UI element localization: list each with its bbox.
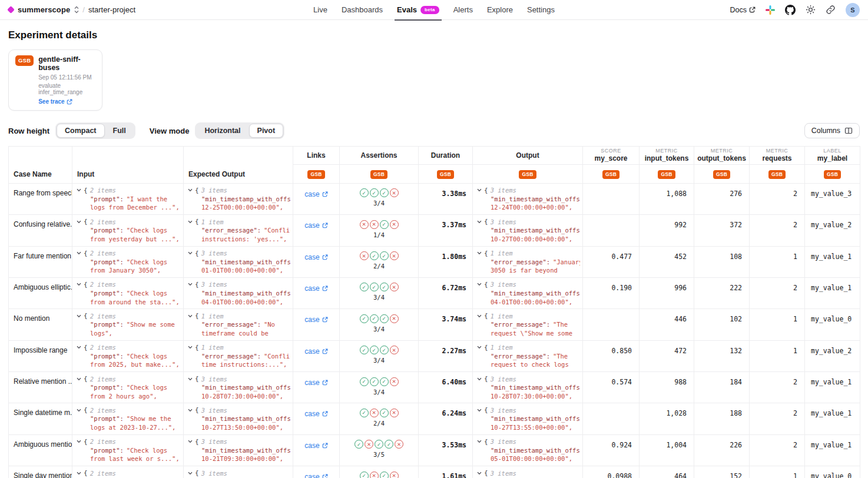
case-link[interactable]: case: [304, 473, 327, 478]
chevron-down-icon[interactable]: [188, 472, 193, 475]
share-link-icon[interactable]: [826, 5, 836, 15]
nav-tab-dashboards[interactable]: Dashboards: [334, 0, 390, 20]
output-cell[interactable]: { 1 item "error_message":"January 3050 i…: [473, 246, 583, 277]
github-icon[interactable]: [785, 5, 796, 15]
expected-output-cell[interactable]: { 1 item "error_message":"Conflicti time…: [184, 340, 293, 371]
input-cell[interactable]: { 2 items "prompt":"Check logs from arou…: [72, 277, 184, 308]
view-mode-pivot-button[interactable]: Pivot: [249, 124, 284, 138]
chevron-down-icon[interactable]: [188, 188, 193, 192]
chevron-down-icon[interactable]: [77, 409, 81, 412]
chevron-down-icon[interactable]: [77, 283, 81, 286]
chevron-down-icon[interactable]: [188, 409, 193, 412]
table-row[interactable]: Impossible range { 2 items "prompt":"Che…: [9, 340, 860, 371]
input-cell[interactable]: { 2 items "prompt":"Check logs from 2 ho…: [72, 372, 184, 403]
output-cell[interactable]: { 3 items "min_timestamp_with_offset" 12…: [473, 183, 583, 214]
chevron-down-icon[interactable]: [477, 220, 482, 224]
table-row[interactable]: Far future mention { 2 items "prompt":"C…: [9, 246, 860, 277]
case-link[interactable]: case: [304, 190, 327, 198]
input-cell[interactable]: { 2 items "prompt":"Check logs from Janu…: [72, 246, 184, 277]
output-cell[interactable]: { 3 items "min_timestamp_with_offset" 05…: [473, 434, 583, 466]
chevron-down-icon[interactable]: [77, 472, 81, 475]
chevron-down-icon[interactable]: [188, 346, 193, 349]
chevron-down-icon[interactable]: [188, 251, 193, 255]
table-row[interactable]: Ambiguous mention { 2 items "prompt":"Ch…: [9, 434, 860, 466]
project-name[interactable]: starter-project: [88, 5, 135, 14]
nav-tab-settings[interactable]: Settings: [520, 0, 562, 20]
table-row[interactable]: Confusing relative... { 2 items "prompt"…: [9, 215, 860, 246]
experiment-badge[interactable]: GSB: [437, 170, 454, 179]
nav-tab-alerts[interactable]: Alerts: [446, 0, 480, 20]
theme-toggle-icon[interactable]: [806, 5, 816, 15]
experiment-badge[interactable]: GSB: [307, 170, 324, 179]
docs-link[interactable]: Docs: [730, 6, 756, 14]
expected-output-cell[interactable]: { 3 items "min_timestamp_with_offset" 12…: [184, 183, 293, 214]
expected-output-cell[interactable]: { 3 items "min_timestamp_with_offset" 05…: [184, 466, 293, 478]
chevron-down-icon[interactable]: [188, 440, 193, 443]
columns-button[interactable]: Columns: [804, 123, 860, 138]
table-row[interactable]: Ambiguous elliptic... { 2 items "prompt"…: [9, 277, 860, 308]
case-link[interactable]: case: [304, 379, 327, 387]
case-link[interactable]: case: [304, 442, 327, 450]
input-cell[interactable]: { 2 items "prompt":"I want to see logs f…: [72, 466, 184, 478]
chevron-down-icon[interactable]: [477, 472, 482, 475]
table-row[interactable]: Relative mention ... { 2 items "prompt":…: [9, 372, 860, 403]
experiment-badge[interactable]: GSB: [658, 170, 675, 179]
chevron-down-icon[interactable]: [188, 283, 193, 286]
experiment-badge[interactable]: GSB: [768, 170, 786, 179]
case-link[interactable]: case: [304, 347, 327, 356]
expected-output-cell[interactable]: { 3 items "min_timestamp_with_offset" 10…: [184, 372, 293, 403]
chevron-down-icon[interactable]: [477, 377, 482, 381]
slack-icon[interactable]: [766, 5, 775, 15]
input-cell[interactable]: { 2 items "prompt":"I want the logs from…: [72, 183, 184, 214]
chevron-down-icon[interactable]: [77, 220, 81, 224]
experiment-badge[interactable]: GSB: [824, 170, 841, 179]
case-link[interactable]: case: [304, 410, 327, 418]
input-cell[interactable]: { 2 items "prompt":"Show me the logs at …: [72, 403, 184, 434]
nav-tab-live[interactable]: Live: [306, 0, 334, 20]
output-cell[interactable]: { 3 items "min_timestamp_with_offset" 05…: [473, 466, 583, 478]
row-height-full-button[interactable]: Full: [105, 124, 134, 138]
chevron-down-icon[interactable]: [477, 251, 482, 255]
output-cell[interactable]: { 3 items "min_timestamp_with_offset" 04…: [473, 277, 583, 308]
experiment-badge[interactable]: GSB: [370, 170, 387, 179]
experiment-badge[interactable]: GSB: [602, 170, 619, 179]
experiment-badge[interactable]: GSB: [713, 170, 730, 179]
chevron-down-icon[interactable]: [77, 188, 81, 192]
experiment-card[interactable]: GSB gentle-sniff-buses Sep 05 12:11:56 P…: [8, 49, 102, 111]
case-link[interactable]: case: [304, 284, 327, 293]
workspace-switcher[interactable]: summerscope: [8, 5, 79, 14]
row-height-compact-button[interactable]: Compact: [57, 124, 104, 138]
input-cell[interactable]: { 2 items "prompt":"Check logs from 2025…: [72, 340, 184, 371]
expected-output-cell[interactable]: { 3 items "min_timestamp_with_offset" 10…: [184, 403, 293, 434]
input-cell[interactable]: { 2 items "prompt":"Check logs from last…: [72, 434, 184, 466]
experiment-badge[interactable]: GSB: [519, 170, 536, 179]
table-row[interactable]: No mention { 2 items "prompt":"Show me s…: [9, 309, 860, 340]
case-link[interactable]: case: [304, 221, 327, 230]
nav-tab-explore[interactable]: Explore: [480, 0, 520, 20]
chevron-down-icon[interactable]: [77, 251, 81, 255]
table-row[interactable]: Single datetime m... { 2 items "prompt":…: [9, 403, 860, 434]
expected-output-cell[interactable]: { 3 items "min_timestamp_with_offset" 04…: [184, 277, 293, 308]
output-cell[interactable]: { 3 items "min_timestamp_with_offset" 10…: [473, 215, 583, 246]
expected-output-cell[interactable]: { 3 items "min_timestamp_with_offset" 01…: [184, 246, 293, 277]
chevron-down-icon[interactable]: [477, 440, 482, 443]
see-trace-link[interactable]: See trace: [38, 98, 95, 105]
chevron-down-icon[interactable]: [477, 346, 482, 349]
table-row[interactable]: Range from speech { 2 items "prompt":"I …: [9, 183, 860, 214]
chevron-down-icon[interactable]: [77, 314, 81, 318]
chevron-down-icon[interactable]: [77, 346, 81, 349]
avatar[interactable]: S: [846, 3, 860, 17]
expected-output-cell[interactable]: { 1 item "error_message":"No timeframe c…: [184, 309, 293, 340]
nav-tab-evals[interactable]: Evals beta: [390, 0, 446, 20]
chevron-down-icon[interactable]: [188, 220, 193, 224]
chevron-down-icon[interactable]: [77, 377, 81, 381]
input-cell[interactable]: { 2 items "prompt":"Show me some logs",: [72, 309, 184, 340]
output-cell[interactable]: { 3 items "min_timestamp_with_offset" 10…: [473, 403, 583, 434]
output-cell[interactable]: { 3 items "min_timestamp_with_offset" 10…: [473, 372, 583, 403]
case-link[interactable]: case: [304, 253, 327, 261]
chevron-down-icon[interactable]: [477, 314, 482, 318]
view-mode-horizontal-button[interactable]: Horizontal: [196, 124, 249, 138]
chevron-down-icon[interactable]: [77, 440, 81, 443]
input-cell[interactable]: { 2 items "prompt":"Check logs from yest…: [72, 215, 184, 246]
expected-output-cell[interactable]: { 1 item "error_message":"Conflicti inst…: [184, 215, 293, 246]
